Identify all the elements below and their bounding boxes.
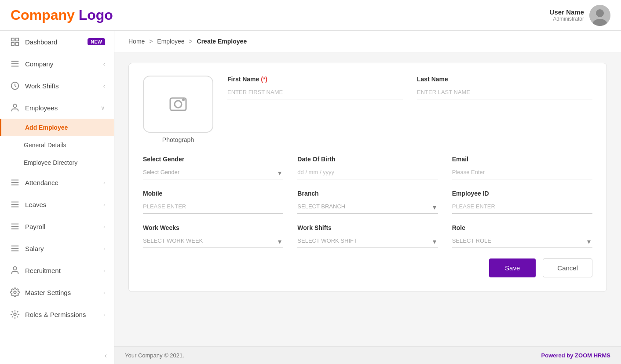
- work-shifts-label: Work Shifts: [297, 224, 438, 231]
- branch-field-group: Branch SELECT BRANCH: [297, 190, 438, 214]
- body-wrap: Dashboard NEW Company ‹ Work Shifts ‹ Em…: [0, 31, 621, 364]
- form-actions: Save Cancel: [143, 258, 592, 277]
- work-weeks-select-wrap: SELECT WORK WEEK: [143, 234, 283, 248]
- sidebar-item-salary-label: Salary: [25, 245, 103, 252]
- work-weeks-field-group: Work Weeks SELECT WORK WEEK: [143, 224, 283, 248]
- sidebar-item-dashboard-label: Dashboard: [25, 38, 84, 46]
- workshifts-icon: [10, 81, 20, 91]
- workshifts-arrow-icon: ‹: [103, 83, 105, 89]
- form-row-gender-dob-email: Select Gender Select Gender Male Female …: [143, 156, 592, 179]
- sidebar-subitem-add-employee[interactable]: Add Employee: [0, 119, 114, 136]
- sidebar-item-leaves[interactable]: Leaves ‹: [0, 193, 114, 215]
- create-employee-form: Photograph First Name (*) Last Name: [128, 63, 607, 292]
- sidebar-item-roles[interactable]: Roles & Permissions ‹: [0, 303, 114, 325]
- first-name-input[interactable]: [227, 85, 403, 99]
- sidebar-item-company[interactable]: Company ‹: [0, 53, 114, 75]
- svg-point-1: [596, 9, 604, 17]
- main-content: Home > Employee > Create Employee: [114, 31, 621, 364]
- dashboard-icon: [10, 37, 20, 47]
- footer-brand: Powered by ZOOM HRMS: [541, 352, 610, 359]
- last-name-input[interactable]: [417, 85, 592, 99]
- work-shifts-field-group: Work Shifts SELECT WORK SHIFT: [297, 224, 438, 248]
- settings-icon: [10, 288, 20, 297]
- branch-select-wrap: SELECT BRANCH: [297, 200, 438, 214]
- svg-rect-4: [16, 38, 18, 41]
- form-row-workweek-shift-role: Work Weeks SELECT WORK WEEK Work Shifts …: [143, 224, 592, 248]
- sidebar-item-company-label: Company: [25, 60, 103, 68]
- footer-copyright: Your Company © 2021.: [125, 352, 184, 359]
- sidebar-item-master-settings[interactable]: Master Settings ‹: [0, 281, 114, 303]
- sidebar-collapse-button[interactable]: ‹: [0, 347, 114, 364]
- footer-brand-name: ZOOM HRMS: [575, 352, 610, 359]
- sidebar-item-attendance[interactable]: Attendance ‹: [0, 171, 114, 193]
- branch-select[interactable]: SELECT BRANCH: [297, 200, 438, 214]
- employees-arrow-icon: ∨: [101, 105, 105, 111]
- breadcrumb-home[interactable]: Home: [128, 38, 145, 45]
- svg-point-24: [13, 267, 16, 270]
- footer: Your Company © 2021. Powered by ZOOM HRM…: [114, 346, 621, 364]
- salary-icon: [10, 244, 20, 253]
- collapse-icon: ‹: [105, 352, 107, 360]
- work-weeks-label: Work Weeks: [143, 224, 283, 231]
- svg-point-29: [182, 98, 185, 101]
- role-field-group: Role SELECT ROLE: [452, 224, 592, 248]
- roles-arrow-icon: ‹: [103, 311, 105, 318]
- header: Company Logo User Name Administrator: [0, 0, 621, 31]
- sidebar-item-employees[interactable]: Employees ∨: [0, 97, 114, 119]
- company-icon: [10, 59, 20, 69]
- dob-field-group: Date Of Birth: [297, 156, 438, 179]
- sidebar-subitem-general-details[interactable]: General Details: [0, 136, 114, 154]
- breadcrumb-employee[interactable]: Employee: [157, 38, 184, 45]
- sidebar-item-recruitment-label: Recruitment: [25, 267, 103, 274]
- company-arrow-icon: ‹: [103, 61, 105, 67]
- sidebar-item-dashboard[interactable]: Dashboard NEW: [0, 31, 114, 53]
- first-name-required: (*): [261, 76, 267, 83]
- dob-input[interactable]: [297, 165, 438, 179]
- work-weeks-select[interactable]: SELECT WORK WEEK: [143, 234, 283, 248]
- user-role: Administrator: [550, 16, 584, 22]
- salary-arrow-icon: ‹: [103, 245, 105, 252]
- logo-company-text: Company: [11, 7, 75, 23]
- user-name: User Name: [550, 8, 584, 16]
- sidebar-item-salary[interactable]: Salary ‹: [0, 237, 114, 259]
- sidebar-item-payroll[interactable]: Payroll ‹: [0, 215, 114, 237]
- gender-select[interactable]: Select Gender Male Female Other: [143, 165, 283, 179]
- cancel-button[interactable]: Cancel: [543, 258, 592, 277]
- save-button[interactable]: Save: [489, 258, 536, 277]
- gender-select-wrap: Select Gender Male Female Other: [143, 165, 283, 179]
- email-input[interactable]: [452, 165, 592, 179]
- top-name-fields: First Name (*) Last Name: [227, 76, 592, 99]
- photo-label: Photograph: [162, 136, 194, 143]
- work-shifts-select[interactable]: SELECT WORK SHIFT: [297, 234, 438, 248]
- sidebar-item-leaves-label: Leaves: [25, 201, 103, 208]
- sidebar-subitem-employee-directory[interactable]: Employee Directory: [0, 154, 114, 171]
- payroll-arrow-icon: ‹: [103, 223, 105, 230]
- avatar[interactable]: [589, 5, 610, 26]
- role-select[interactable]: SELECT ROLE: [452, 234, 592, 248]
- sidebar: Dashboard NEW Company ‹ Work Shifts ‹ Em…: [0, 31, 114, 364]
- last-name-field-group: Last Name: [417, 76, 592, 99]
- gender-label: Select Gender: [143, 156, 283, 163]
- sidebar-item-workshifts[interactable]: Work Shifts ‹: [0, 75, 114, 97]
- role-select-wrap: SELECT ROLE: [452, 234, 592, 248]
- breadcrumb-sep-2: >: [189, 38, 192, 45]
- mobile-input[interactable]: [143, 200, 283, 214]
- dob-label: Date Of Birth: [297, 156, 438, 163]
- breadcrumb-current: Create Employee: [197, 38, 247, 45]
- leaves-arrow-icon: ‹: [103, 201, 105, 208]
- sidebar-item-payroll-label: Payroll: [25, 223, 103, 230]
- svg-rect-6: [16, 43, 18, 45]
- photo-upload-box[interactable]: [143, 76, 213, 133]
- employee-id-input[interactable]: [452, 200, 592, 214]
- company-logo: Company Logo: [11, 7, 113, 23]
- mobile-field-group: Mobile: [143, 190, 283, 214]
- recruitment-icon: [10, 266, 20, 275]
- gender-field-group: Select Gender Select Gender Male Female …: [143, 156, 283, 179]
- user-info: User Name Administrator: [550, 8, 584, 22]
- sidebar-item-recruitment[interactable]: Recruitment ‹: [0, 259, 114, 281]
- email-label: Email: [452, 156, 592, 163]
- svg-point-11: [13, 104, 16, 107]
- sidebar-item-attendance-label: Attendance: [25, 179, 103, 186]
- first-name-label: First Name (*): [227, 76, 403, 83]
- user-area: User Name Administrator: [550, 5, 610, 26]
